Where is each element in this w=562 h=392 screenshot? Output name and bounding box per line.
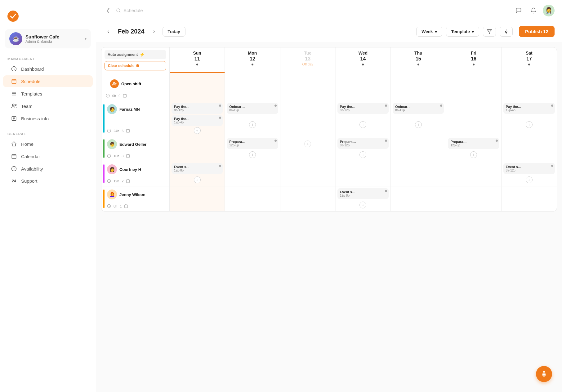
add-shift-button[interactable]: + bbox=[249, 151, 256, 158]
jenny-stats: 8h 1 bbox=[107, 204, 165, 208]
farnaz-wed: Pay the… 8a-12p + bbox=[336, 101, 391, 136]
sidebar-item-templates[interactable]: Templates bbox=[3, 88, 93, 100]
next-period-button[interactable]: › bbox=[149, 27, 159, 36]
support-label: Support bbox=[21, 178, 38, 184]
clock-icon bbox=[106, 94, 110, 98]
day-dot-mon bbox=[252, 64, 253, 65]
chevron-down-icon: ▾ bbox=[85, 37, 87, 41]
svg-point-22 bbox=[505, 31, 507, 32]
day-dot-wed bbox=[362, 64, 364, 65]
edward-bar bbox=[103, 139, 105, 158]
sidebar-item-support[interactable]: 24 Support bbox=[3, 175, 93, 187]
courtney-mon bbox=[225, 161, 280, 186]
clear-schedule-button[interactable]: Clear schedule 🗑 bbox=[105, 61, 166, 70]
prev-period-button[interactable]: ‹ bbox=[104, 27, 113, 36]
shift-card[interactable]: Onboar… 8a-12p bbox=[227, 103, 278, 114]
sidebar-item-team[interactable]: Team bbox=[3, 100, 93, 112]
add-shift-button[interactable]: + bbox=[526, 176, 533, 183]
shift-card[interactable]: Pay the… 12p-4p bbox=[172, 115, 223, 126]
add-shift-button[interactable]: + bbox=[526, 121, 533, 128]
shift-card[interactable]: Event s… 8a-12p bbox=[503, 163, 555, 174]
sort-icon bbox=[504, 29, 509, 34]
svg-rect-35 bbox=[127, 154, 130, 158]
shift-card[interactable]: Prepara… 12p-6p bbox=[227, 138, 278, 149]
day-num-sun: 11 bbox=[172, 56, 222, 62]
add-shift-button[interactable]: + bbox=[470, 151, 477, 158]
courtney-thu bbox=[391, 161, 446, 186]
open-shift-info: Open shift bbox=[106, 76, 165, 91]
auto-assign-button[interactable]: Auto assignment ⚡ bbox=[105, 50, 166, 59]
shift-card[interactable]: Pay the… 12p-4p bbox=[503, 103, 555, 114]
day-num-thu: 15 bbox=[393, 56, 443, 62]
filter-button[interactable] bbox=[483, 27, 496, 37]
add-shift-button[interactable]: + bbox=[359, 121, 366, 128]
shift-dot bbox=[496, 140, 498, 142]
search-icon bbox=[116, 8, 121, 13]
main-content: ❮ Schedule 👩‍⚕️ ‹ Feb 2024 › Today Week … bbox=[96, 0, 562, 392]
jenny-info: 👩‍🦰 Jenny Wilson bbox=[107, 189, 165, 199]
edward-mon: Prepara… 12p-6p + bbox=[225, 136, 280, 161]
shift-card[interactable]: Prepara… 8a-12p bbox=[337, 138, 389, 149]
farnaz-shifts: 6 bbox=[122, 129, 123, 133]
sidebar-item-home[interactable]: Home bbox=[3, 138, 93, 150]
notifications-button[interactable] bbox=[528, 5, 539, 16]
header-day-sat: Sat 17 bbox=[502, 47, 557, 73]
day-num-tue: 13 bbox=[283, 56, 333, 62]
shift-dot bbox=[385, 105, 387, 107]
business-info: Sunflower Cafe Admin & Barista bbox=[25, 34, 59, 44]
shift-card[interactable]: Event s… 12p-8p bbox=[337, 188, 389, 199]
edward-shifts: 3 bbox=[122, 154, 123, 158]
sidebar-item-availability[interactable]: Availability bbox=[3, 163, 93, 175]
team-label: Team bbox=[21, 104, 33, 109]
svg-rect-39 bbox=[127, 180, 130, 183]
header-day-tue: Tue 13 Off day bbox=[280, 47, 336, 73]
add-shift-button[interactable]: + bbox=[249, 121, 256, 128]
shift-card[interactable]: Event s… 12p-8p bbox=[172, 163, 223, 174]
sidebar-item-schedule[interactable]: Schedule bbox=[3, 75, 93, 87]
jenny-wed: Event s… 12p-8p + bbox=[336, 186, 391, 211]
jenny-thu bbox=[391, 186, 446, 211]
publish-button[interactable]: Publish 12 bbox=[519, 26, 555, 37]
support-icon: 24 bbox=[11, 179, 17, 183]
business-card[interactable]: ☕ Sunflower Cafe Admin & Barista ▾ bbox=[5, 29, 91, 48]
shift-dot bbox=[219, 165, 221, 167]
week-view-button[interactable]: Week ▾ bbox=[416, 27, 442, 37]
day-name-mon: Mon bbox=[227, 51, 277, 56]
shift-card[interactable]: Pay the… 8a-12p bbox=[337, 103, 389, 114]
template-button[interactable]: Template ▾ bbox=[446, 27, 479, 37]
collapse-sidebar-button[interactable]: ❮ bbox=[104, 6, 112, 15]
open-shift-wed bbox=[336, 73, 391, 101]
shift-card[interactable]: Prepara… 12p-6p bbox=[448, 138, 499, 149]
day-dot-sun bbox=[196, 64, 198, 65]
chat-button[interactable] bbox=[513, 5, 524, 16]
farnaz-thu: Onboar… 8a-12p + bbox=[391, 101, 446, 136]
header-day-sun: Sun 11 bbox=[170, 47, 225, 73]
day-dot-thu bbox=[417, 64, 419, 65]
shift-card[interactable]: Pay the… 8a-12p bbox=[172, 103, 223, 114]
sidebar-item-calendar[interactable]: Calendar bbox=[3, 150, 93, 162]
add-shift-button[interactable]: + bbox=[415, 121, 422, 128]
add-shift-button[interactable]: + bbox=[359, 202, 366, 208]
fab-button[interactable] bbox=[536, 366, 552, 382]
edward-sun bbox=[170, 136, 225, 161]
clear-schedule-label: Clear schedule bbox=[108, 64, 134, 68]
add-shift-button[interactable]: + bbox=[194, 127, 201, 134]
shift-dot bbox=[440, 105, 442, 107]
courtney-tue bbox=[280, 161, 336, 186]
shift-card[interactable]: Onboar… 8a-12p bbox=[393, 103, 444, 114]
sidebar-item-business-info[interactable]: Business info bbox=[3, 113, 93, 124]
dashboard-icon bbox=[11, 66, 17, 72]
edward-wed: Prepara… 8a-12p + bbox=[336, 136, 391, 161]
open-shift-sat bbox=[502, 73, 557, 101]
today-button[interactable]: Today bbox=[163, 27, 185, 37]
day-name-tue: Tue bbox=[283, 51, 333, 56]
add-shift-button[interactable]: + bbox=[304, 140, 311, 147]
sort-button[interactable] bbox=[500, 27, 513, 37]
add-shift-button[interactable]: + bbox=[194, 176, 201, 183]
availability-label: Availability bbox=[21, 166, 43, 172]
sidebar-item-dashboard[interactable]: Dashboard bbox=[3, 63, 93, 75]
farnaz-info: 🧑 Farnaz MN bbox=[107, 104, 165, 114]
add-shift-button[interactable]: + bbox=[359, 151, 366, 158]
open-shift-count: 0 bbox=[118, 94, 120, 98]
app-logo bbox=[6, 9, 20, 23]
